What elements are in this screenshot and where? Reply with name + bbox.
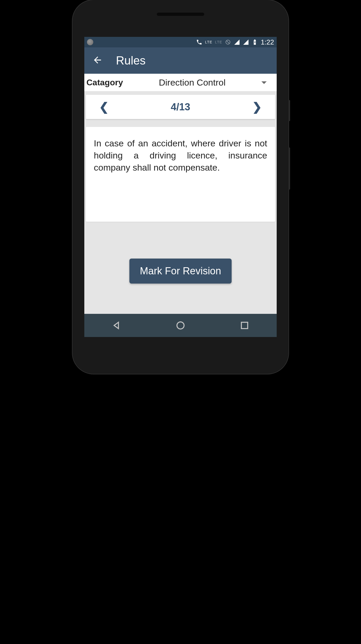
category-value: Direction Control (123, 77, 261, 88)
back-button[interactable] (92, 55, 103, 66)
phone-call-icon (196, 39, 202, 45)
mark-for-revision-button[interactable]: Mark For Revision (129, 259, 232, 284)
lte-label: LTE (205, 40, 212, 44)
prev-button[interactable]: ❮ (99, 101, 109, 113)
battery-charging-icon (252, 39, 258, 45)
lte-label-dim: LTE (215, 40, 222, 44)
system-nav-bar (84, 314, 277, 337)
category-label: Catagory (86, 78, 123, 87)
nav-recent-button[interactable] (240, 321, 249, 330)
signal-icon (234, 39, 240, 45)
app-bar: Rules (84, 47, 277, 74)
phone-side-button (289, 100, 290, 121)
arrow-left-icon (92, 55, 103, 65)
square-recent-icon (240, 321, 249, 330)
phone-frame: LTE LTE 1:22 Rules Catagory Direction Co… (72, 0, 289, 374)
rule-text: In case of an accident, where driver is … (94, 137, 267, 174)
screen: LTE LTE 1:22 Rules Catagory Direction Co… (84, 37, 277, 337)
page-title: Rules (116, 54, 146, 67)
svg-line-1 (227, 41, 229, 43)
pager-counter: 4/13 (171, 101, 190, 113)
nav-back-button[interactable] (112, 321, 121, 330)
pager: ❮ 4/13 ❯ (86, 95, 275, 119)
no-signal-icon (225, 39, 231, 45)
svg-rect-3 (241, 322, 248, 329)
next-button[interactable]: ❯ (252, 101, 262, 113)
phone-speaker (157, 13, 204, 16)
nav-home-button[interactable] (176, 321, 185, 330)
circle-home-icon (176, 321, 185, 330)
clock: 1:22 (261, 38, 274, 46)
rule-card: In case of an accident, where driver is … (86, 127, 275, 222)
status-bar: LTE LTE 1:22 (84, 37, 277, 47)
signal-icon (243, 39, 249, 45)
status-loading-icon (87, 39, 93, 45)
chevron-down-icon (261, 81, 267, 84)
category-selector[interactable]: Catagory Direction Control (84, 74, 277, 92)
status-icons: LTE LTE 1:22 (196, 38, 274, 46)
triangle-back-icon (112, 321, 121, 330)
svg-point-2 (177, 322, 184, 329)
content: Catagory Direction Control ❮ 4/13 ❯ In c… (84, 74, 277, 314)
phone-side-button (289, 147, 290, 190)
